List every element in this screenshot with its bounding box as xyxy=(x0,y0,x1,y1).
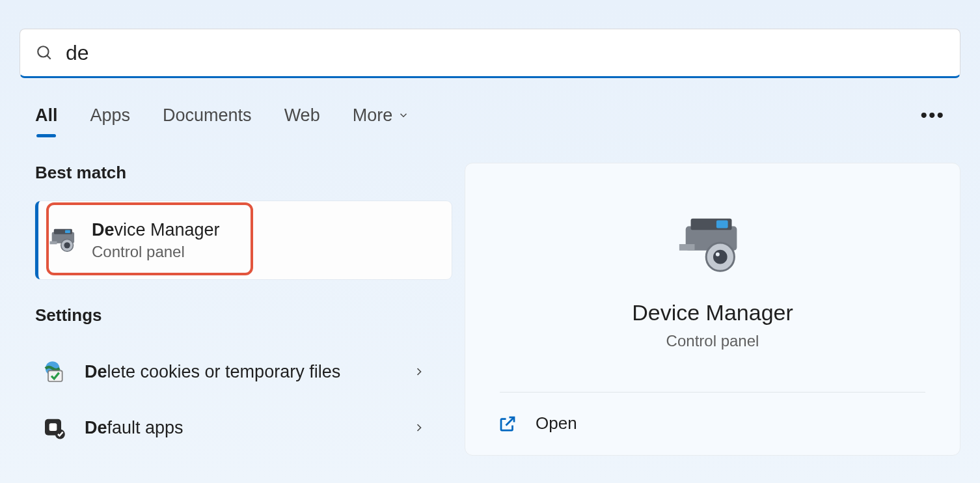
overflow-menu-button[interactable]: ••• xyxy=(920,104,945,126)
search-icon xyxy=(36,44,53,61)
best-match-result[interactable]: Device Manager Control panel xyxy=(35,201,452,279)
internet-options-icon xyxy=(42,359,68,385)
detail-title: Device Manager xyxy=(632,300,793,325)
tab-more-label: More xyxy=(353,105,393,126)
default-apps-icon xyxy=(42,415,68,441)
svg-point-0 xyxy=(38,46,48,57)
tab-more[interactable]: More xyxy=(353,105,410,126)
chevron-right-icon xyxy=(413,421,426,434)
settings-item-delete-cookies[interactable]: Delete cookies or temporary files xyxy=(35,344,452,400)
svg-point-6 xyxy=(64,242,70,248)
section-settings: Settings xyxy=(35,305,452,325)
settings-item-default-apps[interactable]: Default apps xyxy=(35,400,452,456)
settings-item-label: Delete cookies or temporary files xyxy=(85,362,413,382)
svg-rect-16 xyxy=(679,244,695,251)
device-manager-large-icon xyxy=(674,212,751,277)
filter-tabs: All Apps Documents Web More ••• xyxy=(0,78,980,126)
divider xyxy=(500,392,925,393)
chevron-right-icon xyxy=(413,365,426,378)
tab-web[interactable]: Web xyxy=(284,105,320,126)
section-best-match: Best match xyxy=(35,163,452,183)
tab-documents[interactable]: Documents xyxy=(163,105,252,126)
svg-rect-11 xyxy=(49,423,57,431)
detail-subtitle: Control panel xyxy=(666,332,759,350)
search-box[interactable] xyxy=(20,29,960,78)
svg-line-1 xyxy=(47,55,50,59)
tab-apps[interactable]: Apps xyxy=(90,105,131,126)
device-manager-icon xyxy=(49,224,81,256)
tab-all[interactable]: All xyxy=(35,105,58,126)
best-match-subtitle: Control panel xyxy=(92,243,220,261)
open-action[interactable]: Open xyxy=(465,413,577,434)
svg-rect-7 xyxy=(50,242,57,245)
best-match-title: Device Manager xyxy=(92,220,220,240)
chevron-down-icon xyxy=(398,109,409,121)
svg-point-19 xyxy=(716,253,720,256)
settings-item-label: Default apps xyxy=(85,418,413,438)
search-input[interactable] xyxy=(66,41,944,65)
open-external-icon xyxy=(498,414,517,434)
svg-rect-15 xyxy=(716,221,728,228)
detail-panel: Device Manager Control panel Open xyxy=(465,163,960,456)
svg-rect-4 xyxy=(65,230,70,233)
open-label: Open xyxy=(536,413,577,434)
svg-point-18 xyxy=(713,250,728,264)
